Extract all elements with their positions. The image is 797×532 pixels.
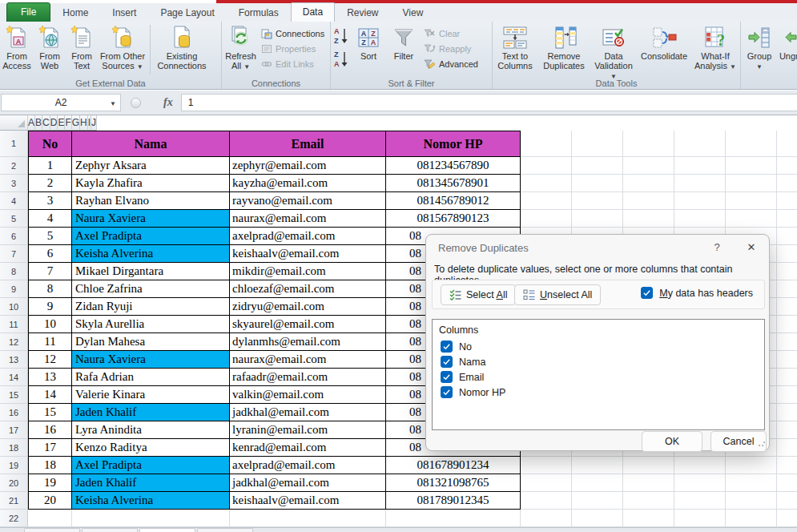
refresh-all-button[interactable]: Refresh All ▼ xyxy=(222,23,260,76)
cell-nama[interactable]: Rafa Adrian xyxy=(72,369,230,386)
column-header[interactable]: E xyxy=(58,115,65,131)
header-cell-nomor-hp[interactable]: Nomor HP xyxy=(386,131,521,157)
ribbon-tab[interactable]: Home xyxy=(50,3,100,22)
empty-cell[interactable] xyxy=(521,210,572,228)
advanced-filter-button[interactable]: Advanced xyxy=(422,57,480,71)
cell-nama[interactable]: Skyla Aurellia xyxy=(72,316,230,333)
empty-cell[interactable] xyxy=(623,510,674,527)
row-header[interactable]: 22 xyxy=(0,510,28,527)
column-checkbox-item[interactable]: Email xyxy=(441,371,758,383)
cell-nama[interactable]: Keisha Alverina xyxy=(72,245,230,263)
empty-cell[interactable] xyxy=(777,474,797,492)
row-header[interactable]: 3 xyxy=(0,175,28,192)
cell-nama[interactable]: Zidan Ryuji xyxy=(72,298,230,316)
connections-button[interactable]: Connections xyxy=(260,26,326,40)
unselect-all-button[interactable]: Unselect All xyxy=(514,284,601,305)
row-header[interactable]: 2 xyxy=(0,157,28,175)
ribbon-tab[interactable]: Insert xyxy=(100,3,148,22)
cell-nama[interactable]: Naura Xaviera xyxy=(72,351,230,369)
cell-email[interactable]: jadkhal@email.com xyxy=(230,474,386,492)
cell-no[interactable]: 13 xyxy=(28,369,72,386)
empty-cell[interactable] xyxy=(572,510,623,527)
cell-nama[interactable]: Axel Pradipta xyxy=(72,228,230,245)
row-header[interactable]: 12 xyxy=(0,333,28,351)
ribbon-tab[interactable]: Data xyxy=(291,2,335,22)
row-header[interactable]: 10 xyxy=(0,298,28,316)
cell-email[interactable]: chloezaf@email.com xyxy=(230,280,386,298)
column-header[interactable]: A xyxy=(28,115,35,131)
empty-cell[interactable] xyxy=(777,369,797,386)
sheet-tab[interactable] xyxy=(139,528,195,532)
empty-cell[interactable] xyxy=(777,175,797,192)
close-icon[interactable]: ✕ xyxy=(743,240,759,255)
cell-email[interactable]: keishaalv@email.com xyxy=(230,492,386,510)
empty-cell[interactable] xyxy=(777,333,797,351)
cell-nama[interactable]: Chloe Zafrina xyxy=(72,280,230,298)
empty-cell[interactable] xyxy=(521,192,572,210)
from-other-sources-button[interactable]: From Other Sources ▼ xyxy=(98,23,147,76)
cell-nama[interactable]: Jaden Khalif xyxy=(72,474,230,492)
empty-cell[interactable] xyxy=(726,492,777,510)
data-validation-button[interactable]: Data Validation ▼ xyxy=(590,23,637,76)
sort-button[interactable]: AZZA Sort xyxy=(352,23,385,76)
ribbon-tab[interactable]: Review xyxy=(335,3,390,22)
ribbon-tab[interactable]: View xyxy=(391,3,436,22)
column-checkbox-item[interactable]: No xyxy=(441,341,758,353)
name-box[interactable]: A2 ▼ xyxy=(1,94,121,111)
help-icon[interactable]: ? xyxy=(710,240,724,255)
select-all-corner[interactable] xyxy=(0,115,28,131)
row-header[interactable]: 17 xyxy=(0,421,28,439)
row-header[interactable]: 18 xyxy=(0,439,28,457)
sheet-tab[interactable] xyxy=(197,528,253,532)
from-access-button[interactable]: A From Access xyxy=(0,23,34,76)
cell-no[interactable]: 15 xyxy=(28,404,72,421)
cell-nama[interactable]: Valerie Kinara xyxy=(72,386,230,404)
cell-email[interactable]: mikdir@email.com xyxy=(230,263,386,280)
remove-duplicates-button[interactable]: Remove Duplicates xyxy=(537,23,590,76)
cell-email[interactable]: lyranin@email.com xyxy=(230,421,386,439)
empty-cell[interactable] xyxy=(777,421,797,439)
cell-nomor-hp[interactable]: 081456789012 xyxy=(386,192,521,210)
row-header[interactable]: 15 xyxy=(0,386,28,404)
empty-cell[interactable] xyxy=(726,192,777,210)
header-cell-no[interactable]: No xyxy=(28,131,72,157)
empty-cell[interactable] xyxy=(777,316,797,333)
cell-nama[interactable]: Axel Pradipta xyxy=(72,457,230,474)
empty-cell[interactable] xyxy=(674,510,726,527)
column-checkbox-item[interactable]: Nomor HP xyxy=(441,386,758,398)
cell-no[interactable]: 4 xyxy=(28,210,72,228)
column-checkbox-item[interactable]: Nama xyxy=(441,356,758,368)
cell-no[interactable]: 1 xyxy=(28,157,72,175)
empty-cell[interactable] xyxy=(72,510,230,527)
empty-cell[interactable] xyxy=(572,157,623,175)
sort-ascending-button[interactable]: AZ xyxy=(332,26,350,46)
row-header[interactable]: 19 xyxy=(0,457,28,474)
cell-email[interactable]: naurax@email.com xyxy=(230,351,386,369)
row-header[interactable]: 5 xyxy=(0,210,28,228)
empty-cell[interactable] xyxy=(572,175,623,192)
column-header[interactable]: H xyxy=(80,115,88,131)
empty-cell[interactable] xyxy=(623,492,674,510)
column-header[interactable]: D xyxy=(50,115,58,131)
consolidate-button[interactable]: Consolidate xyxy=(637,23,691,76)
empty-cell[interactable] xyxy=(674,192,726,210)
name-box-dropdown-icon[interactable]: ▼ xyxy=(110,101,116,107)
cell-no[interactable]: 8 xyxy=(28,280,72,298)
from-text-button[interactable]: From Text xyxy=(66,23,98,76)
empty-cell[interactable] xyxy=(572,131,623,157)
formula-input[interactable]: 1 xyxy=(181,94,797,111)
ok-button[interactable]: OK xyxy=(642,431,702,452)
empty-cell[interactable] xyxy=(777,280,797,298)
cell-email[interactable]: keishaalv@email.com xyxy=(230,245,386,263)
empty-cell[interactable] xyxy=(623,131,674,157)
row-header[interactable]: 11 xyxy=(0,316,28,333)
formula-bar-splitter[interactable] xyxy=(131,98,141,108)
text-to-columns-button[interactable]: Text to Columns xyxy=(493,23,537,76)
cell-nama[interactable]: Zephyr Aksara xyxy=(72,157,230,175)
empty-cell[interactable] xyxy=(726,210,777,228)
empty-cell[interactable] xyxy=(777,298,797,316)
empty-cell[interactable] xyxy=(572,474,623,492)
cell-email[interactable]: axelprad@email.com xyxy=(230,228,386,245)
cell-no[interactable]: 16 xyxy=(28,421,72,439)
cell-no[interactable]: 19 xyxy=(28,474,72,492)
